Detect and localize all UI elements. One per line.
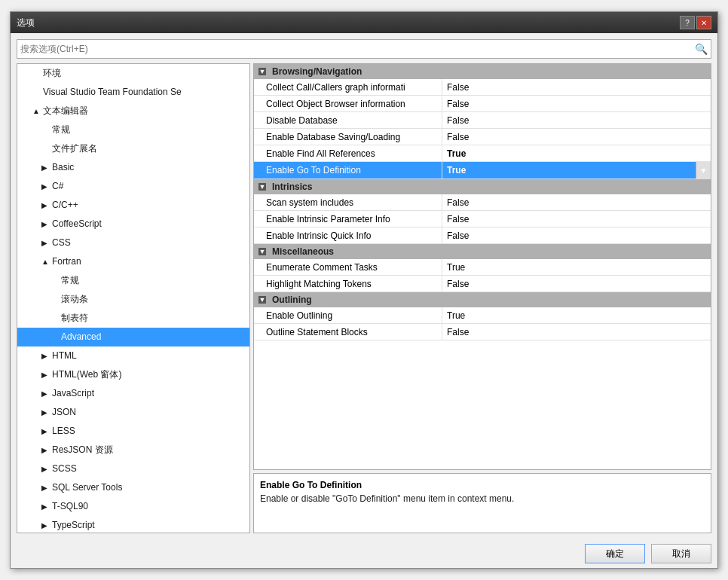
expand-icon[interactable]: ▶ <box>41 368 50 383</box>
section-header-misc[interactable]: ▼Miscellaneous <box>254 244 711 259</box>
expand-icon[interactable]: ▶ <box>41 217 50 232</box>
dropdown-button[interactable]: ▼ <box>696 162 711 179</box>
tree-item-label: Advanced <box>61 331 101 342</box>
prop-row[interactable]: Enable Intrinsic Quick InfoFalse <box>254 227 711 244</box>
prop-name: Scan system includes <box>254 194 442 210</box>
tree-item-label: CSS <box>52 237 71 248</box>
prop-value: False <box>442 96 711 111</box>
tree-item-fortran-tabs[interactable]: 制表符 <box>17 309 249 328</box>
expand-icon[interactable]: ▶ <box>41 462 50 477</box>
tree-item-tsql90[interactable]: ▶T-SQL90 <box>17 497 249 516</box>
tree-item-fortran-advanced[interactable]: Advanced <box>17 328 249 346</box>
prop-name: Collect Call/Callers graph informati <box>254 79 442 95</box>
dialog-content: 🔍 环境 Visual Studio Team Foundation Se▲文本… <box>11 33 717 539</box>
prop-value-wrapper: True▼ <box>442 162 711 179</box>
section-header-outlining[interactable]: ▼Outlining <box>254 292 711 307</box>
tree-item-fortran[interactable]: ▲Fortran <box>17 252 249 271</box>
prop-row[interactable]: Enable OutliningTrue <box>254 307 711 324</box>
tree-item-label: 常规 <box>61 275 79 285</box>
expand-icon[interactable]: ▶ <box>41 349 50 364</box>
tree-item-fortran-general[interactable]: 常规 <box>17 271 249 290</box>
prop-name: Enable Find All References <box>254 145 442 161</box>
section-label: Intrinsics <box>272 182 312 192</box>
expand-icon[interactable]: ▶ <box>41 198 50 213</box>
prop-row[interactable]: Collect Object Browser informationFalse <box>254 96 711 112</box>
tree-item-label: 常规 <box>52 124 70 135</box>
search-input[interactable] <box>20 44 695 54</box>
prop-row[interactable]: Disable DatabaseFalse <box>254 112 711 129</box>
tree-item-text-editor[interactable]: ▲文本编辑器 <box>17 102 249 121</box>
tree-item-coffeescript[interactable]: ▶CoffeeScript <box>17 215 249 234</box>
prop-value: False <box>442 324 711 340</box>
right-panel: ▼Browsing/NavigationCollect Call/Callers… <box>253 63 711 533</box>
expand-icon[interactable]: ▲ <box>32 104 41 119</box>
tree-item-javascript[interactable]: ▶JavaScript <box>17 384 249 403</box>
tree-item-resjson[interactable]: ▶ResJSON 资源 <box>17 441 249 459</box>
prop-row[interactable]: Highlight Matching TokensFalse <box>254 276 711 292</box>
main-area: 环境 Visual Studio Team Foundation Se▲文本编辑… <box>17 63 711 533</box>
section-header-intrinsics[interactable]: ▼Intrinsics <box>254 179 711 194</box>
tree-item-label: C/C++ <box>52 200 78 210</box>
ok-button[interactable]: 确定 <box>585 544 645 563</box>
prop-row[interactable]: Enable Find All ReferencesTrue <box>254 145 711 162</box>
tree-item-json[interactable]: ▶JSON <box>17 403 249 422</box>
prop-row[interactable]: Collect Call/Callers graph informatiFals… <box>254 79 711 96</box>
expand-icon[interactable]: ▲ <box>41 255 50 270</box>
tree-item-cpp[interactable]: ▶C/C++ <box>17 196 249 215</box>
expand-icon[interactable]: ▶ <box>41 499 50 514</box>
dialog-title: 选项 <box>17 17 35 29</box>
tree-item-vstfs[interactable]: Visual Studio Team Foundation Se <box>17 83 249 102</box>
tree-item-scss[interactable]: ▶SCSS <box>17 459 249 478</box>
prop-name: Disable Database <box>254 112 442 128</box>
tree-item-label: SCSS <box>52 463 77 474</box>
collapse-icon: ▼ <box>258 68 266 75</box>
expand-icon[interactable]: ▶ <box>41 160 50 176</box>
close-button[interactable]: ✕ <box>696 16 711 29</box>
tree-item-typescript[interactable]: ▶TypeScript <box>17 516 249 533</box>
tree-item-label: C# <box>52 181 63 191</box>
expand-icon[interactable]: ▶ <box>41 481 50 496</box>
tree-item-css[interactable]: ▶CSS <box>17 234 249 252</box>
tree-item-less[interactable]: ▶LESS <box>17 422 249 441</box>
tree-item-label: Basic <box>52 162 74 172</box>
tree-item-basic[interactable]: ▶Basic <box>17 158 249 177</box>
collapse-icon: ▼ <box>258 183 266 191</box>
expand-icon[interactable]: ▶ <box>41 386 50 401</box>
tree-item-fortran-scrollbar[interactable]: 滚动条 <box>17 290 249 309</box>
expand-icon[interactable]: ▶ <box>41 518 50 533</box>
expand-icon[interactable]: ▶ <box>41 424 50 439</box>
tree-item-csharp[interactable]: ▶C# <box>17 177 249 196</box>
tree-item-file-ext[interactable]: 文件扩展名 <box>17 139 249 158</box>
expand-icon[interactable]: ▶ <box>41 179 50 194</box>
prop-name: Enable Database Saving/Loading <box>254 129 442 145</box>
prop-value: False <box>442 112 711 128</box>
options-dialog: 选项 ? ✕ 🔍 环境 Visual Studio Team Foundatio… <box>10 11 718 569</box>
prop-row[interactable]: Enable Database Saving/LoadingFalse <box>254 129 711 145</box>
prop-value: False <box>442 79 711 95</box>
description-title: Enable Go To Definition <box>260 480 705 490</box>
prop-row[interactable]: Outline Statement BlocksFalse <box>254 324 711 340</box>
prop-row[interactable]: Scan system includesFalse <box>254 194 711 211</box>
cancel-button[interactable]: 取消 <box>651 544 711 563</box>
dialog-footer: 确定 取消 <box>11 539 717 568</box>
tree-item-html[interactable]: ▶HTML <box>17 346 249 365</box>
prop-name: Outline Statement Blocks <box>254 324 442 340</box>
expand-icon[interactable]: ▶ <box>41 443 50 458</box>
tree-item-label: 文本编辑器 <box>43 105 88 116</box>
tree-item-label: LESS <box>52 426 75 436</box>
expand-icon[interactable]: ▶ <box>41 405 50 420</box>
section-header-browsing[interactable]: ▼Browsing/Navigation <box>254 64 711 79</box>
prop-row[interactable]: Enumerate Comment TasksTrue <box>254 259 711 276</box>
tree-item-label: Visual Studio Team Foundation Se <box>43 87 182 97</box>
tree-item-general[interactable]: 常规 <box>17 121 249 139</box>
tree-item-label: 制表符 <box>61 313 88 323</box>
expand-icon[interactable]: ▶ <box>41 236 50 251</box>
tree-item-html-web[interactable]: ▶HTML(Web 窗体) <box>17 365 249 384</box>
prop-value: False <box>442 227 711 243</box>
prop-row[interactable]: Enable Go To DefinitionTrue▼ <box>254 162 711 179</box>
help-button[interactable]: ? <box>680 16 695 29</box>
tree-item-sql-server[interactable]: ▶SQL Server Tools <box>17 478 249 497</box>
prop-row[interactable]: Enable Intrinsic Parameter InfoFalse <box>254 211 711 227</box>
tree-item-env[interactable]: 环境 <box>17 64 249 83</box>
search-bar: 🔍 <box>17 39 711 59</box>
